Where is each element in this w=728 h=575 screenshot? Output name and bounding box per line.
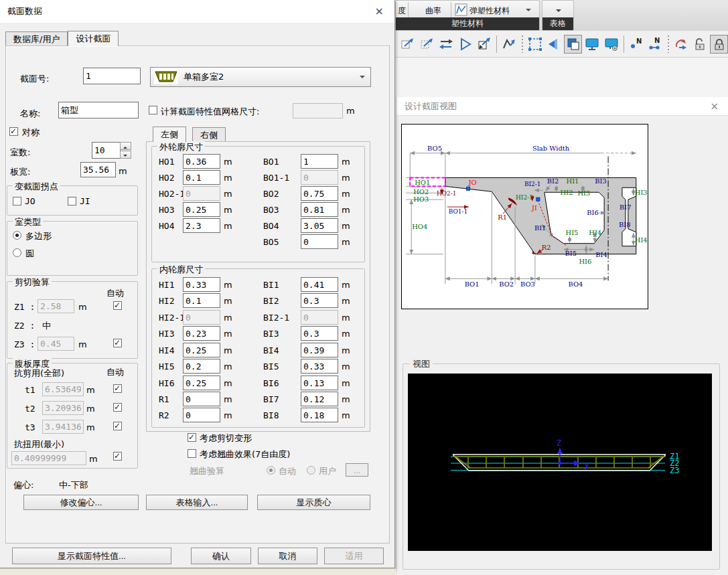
symmetric-checkbox[interactable]	[9, 127, 18, 136]
bi2-input[interactable]	[301, 293, 338, 308]
spinner-up-icon[interactable]	[120, 142, 131, 150]
section-type-combobox[interactable]: 单箱多室2	[150, 67, 371, 87]
rooms-input[interactable]	[92, 142, 121, 159]
web-thickness-group: 腹板厚度 抗剪用(全部) 自动 t1 m t2 m t3 m 抗扭用(最小) m	[7, 363, 138, 469]
t2-auto-checkbox[interactable]	[113, 403, 122, 412]
ho2-input[interactable]	[183, 170, 220, 185]
warping-more-button: ...	[346, 463, 368, 477]
svg-text:HI3: HI3	[577, 189, 590, 197]
torsion-input	[11, 451, 86, 465]
design-section-view-panel: 设计截面视图 ×	[396, 97, 728, 575]
render-options-icon[interactable]	[602, 35, 620, 54]
warping-checkbox[interactable]	[188, 449, 196, 458]
ji-checkbox[interactable]	[68, 197, 76, 206]
tab-right-side[interactable]: 右侧	[192, 127, 226, 142]
z1-auto-checkbox[interactable]	[113, 301, 122, 310]
chevron-down-icon[interactable]	[526, 9, 531, 14]
t1-auto-checkbox[interactable]	[113, 384, 122, 393]
hi3-input[interactable]	[183, 326, 220, 341]
play-outline-icon[interactable]	[456, 35, 474, 54]
render-view-icon[interactable]	[583, 35, 601, 54]
t3-auto-checkbox[interactable]	[113, 422, 122, 430]
redraw-icon[interactable]	[672, 35, 690, 54]
warping-label: 考虑翘曲效果(7自由度)	[200, 448, 290, 461]
modify-eccentricity-button[interactable]: 修改偏心...	[23, 495, 139, 510]
curvature-button[interactable]: 曲率	[425, 5, 441, 17]
cancel-button[interactable]: 取消	[258, 548, 317, 564]
svg-text:BO1: BO1	[465, 280, 480, 288]
extrude-node-icon[interactable]	[399, 35, 417, 54]
r2-input[interactable]	[183, 408, 220, 422]
bi8-input[interactable]	[301, 408, 338, 422]
hi2-input[interactable]	[183, 293, 220, 308]
hi4-input[interactable]	[183, 343, 220, 357]
ho3-input[interactable]	[183, 202, 220, 217]
extrude-node-dashed-icon[interactable]	[418, 35, 435, 54]
circle-radio[interactable]	[13, 248, 21, 257]
r1-input[interactable]	[183, 392, 220, 406]
close-icon[interactable]: ×	[375, 5, 384, 17]
ribbon-partial-button[interactable]: 度	[398, 5, 406, 17]
view-toolbar: N N	[395, 31, 728, 58]
show-section-properties-button[interactable]: 显示截面特性值...	[12, 548, 171, 564]
symmetric-label: 对称	[22, 127, 40, 139]
swap-arrows-icon[interactable]	[437, 35, 455, 54]
ok-button[interactable]: 确认	[191, 548, 251, 564]
z1-input	[38, 299, 74, 313]
svg-text:HI6: HI6	[579, 258, 591, 265]
tab-left-side[interactable]: 左侧	[153, 127, 186, 142]
hi6-input[interactable]	[183, 376, 220, 390]
shear-deformation-checkbox[interactable]	[188, 433, 196, 442]
jo-checkbox[interactable]	[13, 197, 21, 206]
section-no-input[interactable]	[83, 68, 141, 84]
bo4-input[interactable]	[301, 218, 338, 233]
ribbon-group-label: 塑性材料	[396, 17, 539, 30]
table-input-button[interactable]: 表格输入...	[146, 495, 248, 510]
bo3-input[interactable]	[301, 202, 338, 217]
mesh-size-checkbox[interactable]	[149, 106, 157, 114]
cone-left-icon[interactable]	[545, 35, 563, 54]
close-icon[interactable]: ×	[710, 100, 719, 112]
svg-text:HO2-1: HO2-1	[437, 190, 456, 197]
bi5-input[interactable]	[301, 359, 338, 374]
name-input[interactable]	[58, 102, 139, 118]
bi1-input[interactable]	[301, 277, 338, 292]
bi3-input[interactable]	[301, 326, 338, 341]
selection-box-icon[interactable]	[526, 35, 544, 54]
outer-outline-group: 外轮廓尺寸 HO1 m HO2 m HO2-1 m HO3 m HO4 m BO…	[151, 146, 365, 262]
element-number-icon[interactable]: N	[646, 35, 664, 54]
cad-canvas[interactable]: Z y Z1 Z2 Z3	[408, 374, 712, 551]
node-number-icon[interactable]: N	[628, 35, 645, 54]
ho4-input[interactable]	[183, 218, 220, 233]
bi7-input[interactable]	[301, 392, 338, 406]
hi5-input[interactable]	[183, 359, 220, 374]
tab-database-user[interactable]: 数据库/用户	[5, 31, 68, 46]
lock-icon[interactable]	[710, 35, 727, 54]
bo2-input[interactable]	[301, 186, 338, 201]
web-shear-label: 抗剪用(全部)	[14, 367, 64, 380]
ribbon: 度 曲率 弹塑性材料 塑性材料 表格	[395, 0, 728, 31]
hidden-surface-icon[interactable]	[564, 35, 581, 54]
svg-text:BI8: BI8	[619, 221, 631, 228]
hi1-input[interactable]	[183, 277, 220, 292]
spinner-down-icon[interactable]	[120, 151, 131, 159]
polygon-radio[interactable]	[13, 231, 21, 240]
bi6-input[interactable]	[301, 376, 338, 390]
bo1-input[interactable]	[301, 154, 338, 169]
svg-text:Slab Width: Slab Width	[532, 145, 570, 152]
slab-width-input[interactable]	[80, 162, 116, 177]
z3-auto-checkbox[interactable]	[113, 339, 122, 347]
tab-design-section[interactable]: 设计截面	[68, 31, 119, 46]
bi4-input[interactable]	[301, 343, 338, 357]
show-centroid-button[interactable]: 显示质心	[257, 495, 370, 510]
elastoplastic-material-button[interactable]: 弹塑性材料	[469, 5, 510, 17]
ho1-input[interactable]	[183, 154, 220, 169]
cell-type-group: 室类型 多边形 圆	[7, 221, 138, 276]
table-dropdown-icon[interactable]	[556, 9, 561, 15]
polyline-arrow-icon[interactable]	[500, 35, 518, 54]
bo5-input[interactable]	[301, 234, 338, 249]
torsion-auto-checkbox[interactable]	[113, 452, 122, 461]
unlock-icon[interactable]	[691, 35, 709, 54]
transform-box-icon[interactable]	[476, 35, 493, 54]
inner-outline-group: 内轮廓尺寸 HI1 m HI2 m HI2-1 m HI3 m HI4 m HI…	[151, 268, 365, 428]
